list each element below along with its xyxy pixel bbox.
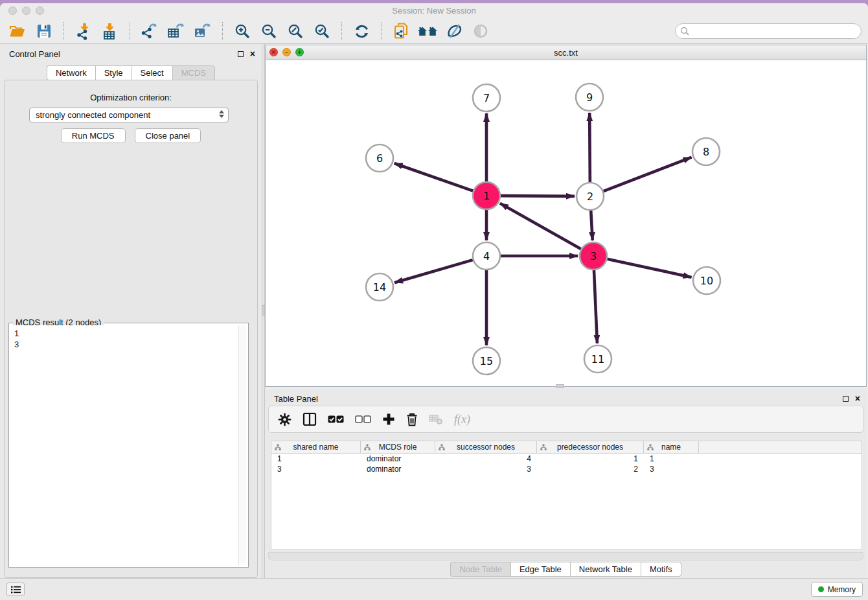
table-hscrollbar[interactable]	[268, 552, 863, 560]
zoom-fit-button[interactable]	[284, 21, 306, 41]
graph-node-15[interactable]: 15	[473, 347, 500, 375]
svg-text:10: 10	[700, 275, 713, 287]
graph-edge-2-8[interactable]	[604, 157, 692, 191]
graph-edge-3-1[interactable]	[500, 203, 581, 249]
criterion-select[interactable]: strongly connected component	[29, 108, 229, 122]
toolbar-separator	[222, 22, 223, 40]
network-canvas[interactable]: 1234678910111415	[266, 60, 866, 386]
table-cell[interactable]: dominator	[361, 454, 435, 464]
table-cell[interactable]: 2	[537, 464, 644, 474]
table-cell[interactable]: 1	[644, 454, 699, 464]
import-table-button[interactable]	[99, 21, 121, 41]
graph-node-2[interactable]: 2	[577, 183, 604, 210]
tab-motifs[interactable]: Motifs	[641, 562, 681, 577]
refresh-button[interactable]	[350, 21, 372, 41]
table-settings-button[interactable]	[278, 411, 291, 428]
table-cell[interactable]: 1	[537, 454, 644, 464]
close-panel-icon[interactable]: ×	[250, 50, 255, 58]
export-network-button[interactable]	[139, 21, 161, 41]
network-frame: ✕ − + scc.txt 1234678910111415	[265, 45, 867, 387]
graph-node-6[interactable]: 6	[366, 144, 393, 172]
table-cell[interactable]: 3	[435, 464, 537, 474]
save-session-button[interactable]	[33, 21, 55, 41]
graph-node-9[interactable]: 9	[576, 84, 603, 111]
first-neighbors-button[interactable]	[417, 21, 439, 41]
graph-edge-3-11[interactable]	[594, 270, 597, 343]
task-history-button[interactable]	[6, 583, 25, 596]
table-cell[interactable]: 1	[271, 454, 361, 464]
graph-node-10[interactable]: 10	[693, 267, 720, 294]
tab-mcds[interactable]: MCDS	[172, 65, 215, 80]
graph-node-1[interactable]: 1	[473, 182, 500, 209]
graph-node-7[interactable]: 7	[473, 84, 500, 111]
column-label: shared name	[293, 443, 338, 452]
graph-edge-1-2[interactable]	[501, 196, 575, 196]
result-line[interactable]: 3	[14, 339, 237, 350]
memory-button[interactable]: Memory	[811, 582, 863, 597]
table-row[interactable]: 3dominator323	[271, 464, 862, 474]
clone-network-button[interactable]	[390, 21, 412, 41]
graphics-details-button[interactable]	[443, 21, 465, 41]
graph-node-3[interactable]: 3	[580, 242, 607, 270]
zoom-out-button[interactable]	[258, 21, 280, 41]
float-panel-icon[interactable]	[238, 51, 244, 57]
show-columns-button[interactable]	[303, 411, 317, 428]
horizontal-split-grip[interactable]	[556, 384, 564, 388]
table-cell[interactable]: 4	[435, 454, 537, 464]
open-file-button[interactable]	[6, 21, 29, 41]
graph-node-4[interactable]: 4	[473, 242, 500, 270]
tab-select[interactable]: Select	[131, 65, 172, 80]
search-input[interactable]	[675, 23, 862, 39]
graph-edge-2-9[interactable]	[589, 113, 590, 182]
network-frame-titlebar[interactable]: ✕ − + scc.txt	[266, 45, 866, 60]
function-builder-button[interactable]: f(x)	[454, 411, 470, 428]
graph-node-14[interactable]: 14	[366, 273, 393, 301]
tab-edge-table[interactable]: Edge Table	[510, 562, 570, 577]
tab-style[interactable]: Style	[95, 65, 131, 80]
table-row[interactable]: 1dominator411	[271, 454, 862, 464]
float-table-panel-icon[interactable]	[843, 396, 849, 402]
graph-edge-3-10[interactable]	[607, 259, 691, 277]
table-cell[interactable]: dominator	[361, 464, 435, 474]
zoom-in-button[interactable]	[231, 21, 253, 41]
zoom-selected-button[interactable]	[311, 21, 333, 41]
svg-text:1: 1	[483, 190, 490, 202]
tab-network[interactable]: Network	[47, 65, 95, 80]
svg-text:2: 2	[587, 190, 593, 203]
delete-table-button[interactable]	[429, 411, 443, 428]
result-line[interactable]: 1	[14, 328, 237, 339]
run-mcds-button[interactable]: Run MCDS	[61, 128, 126, 143]
graph-edge-2-3[interactable]	[591, 211, 593, 240]
close-panel-button[interactable]: Close panel	[135, 128, 201, 143]
add-row-button[interactable]	[382, 411, 395, 428]
export-table-button[interactable]	[165, 21, 187, 41]
deselect-all-button[interactable]	[355, 411, 371, 428]
result-scrollbar[interactable]	[238, 325, 246, 565]
toolbar-separator	[63, 22, 64, 40]
graph-edge-1-6[interactable]	[394, 163, 474, 191]
delete-row-button[interactable]	[406, 411, 418, 428]
export-image-button[interactable]	[192, 21, 214, 41]
column-header-name[interactable]: name	[644, 441, 699, 453]
table-cell[interactable]: 3	[644, 464, 699, 474]
eye-button[interactable]	[470, 21, 492, 41]
tab-node-table[interactable]: Node Table	[450, 562, 510, 577]
window-title: Session: New Session	[0, 6, 868, 16]
column-header-MCDS-role[interactable]: MCDS role	[361, 441, 435, 453]
column-label: successor nodes	[457, 443, 515, 452]
network-graph[interactable]: 1234678910111415	[266, 60, 866, 386]
table-cell[interactable]: 3	[271, 464, 361, 474]
tab-network-table[interactable]: Network Table	[570, 562, 641, 577]
column-header-successor-nodes[interactable]: successor nodes	[435, 441, 537, 453]
column-header-predecessor-nodes[interactable]: predecessor nodes	[537, 441, 644, 453]
graph-node-11[interactable]: 11	[584, 345, 611, 373]
open-folder-icon	[9, 23, 26, 40]
graph-edge-4-14[interactable]	[394, 260, 473, 283]
svg-text:3: 3	[590, 250, 597, 262]
import-network-button[interactable]	[73, 21, 95, 41]
graph-node-8[interactable]: 8	[692, 138, 720, 165]
select-all-button[interactable]	[328, 411, 344, 428]
select-chevrons-icon	[219, 110, 224, 118]
column-header-shared-name[interactable]: shared name	[271, 441, 361, 453]
close-table-panel-icon[interactable]: ×	[855, 395, 860, 402]
